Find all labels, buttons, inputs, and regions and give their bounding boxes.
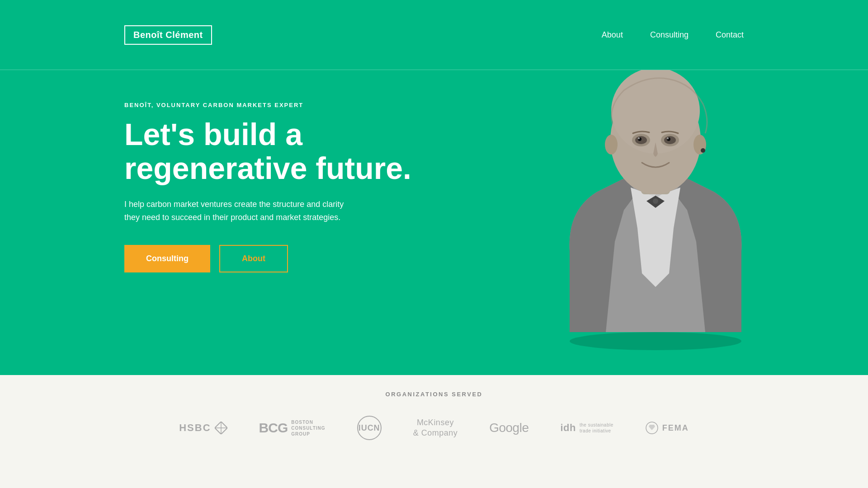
orgs-label: ORGANIZATIONS SERVED — [0, 375, 868, 398]
svg-point-5 — [605, 135, 618, 155]
hero-subtitle: BENOÎT, VOLUNTARY CARBON MARKETS EXPERT — [124, 102, 411, 108]
org-logo-mckinsey: McKinsey& Company — [413, 418, 458, 439]
main-nav: About Consulting Contact — [602, 30, 744, 40]
logo[interactable]: Benoît Clément — [124, 25, 212, 45]
hero-description: I help carbon market ventures create the… — [124, 198, 350, 225]
org-logos-container: HSBC BCG BOSTONCONSULTINGGROUP IUCN — [0, 416, 868, 440]
org-logo-iucn: IUCN — [357, 416, 382, 440]
svg-point-15 — [667, 137, 669, 139]
nav-consulting[interactable]: Consulting — [650, 30, 689, 40]
org-logo-fema: FEMA — [645, 421, 689, 435]
header: Benoît Clément About Consulting Contact — [0, 0, 868, 70]
logo-text: Benoît Clément — [133, 30, 203, 40]
hero-content: BENOÎT, VOLUNTARY CARBON MARKETS EXPERT … — [124, 102, 411, 272]
nav-contact[interactable]: Contact — [716, 30, 744, 40]
svg-point-0 — [570, 332, 741, 350]
person-portrait — [542, 70, 769, 350]
org-logo-bcg: BCG BOSTONCONSULTINGGROUP — [259, 419, 326, 437]
svg-point-7 — [701, 148, 705, 153]
nav-about[interactable]: About — [602, 30, 623, 40]
about-button[interactable]: About — [219, 245, 288, 272]
hero-section: BENOÎT, VOLUNTARY CARBON MARKETS EXPERT … — [0, 70, 868, 488]
fema-icon — [645, 421, 659, 435]
org-logo-google: Google — [489, 421, 528, 435]
svg-point-4 — [611, 70, 700, 154]
org-logo-hsbc: HSBC — [179, 422, 227, 434]
svg-point-1 — [653, 198, 658, 204]
hero-buttons: Consulting About — [124, 245, 411, 272]
svg-point-14 — [638, 137, 640, 139]
consulting-button[interactable]: Consulting — [124, 245, 210, 272]
hsbc-icon — [215, 422, 227, 434]
bottom-section: ORGANIZATIONS SERVED HSBC BCG BOSTONCONS… — [0, 375, 868, 488]
hero-title: Let's build a regenerative future. — [124, 117, 411, 185]
org-logo-idh: idh the sustainabletrade initiative — [560, 422, 613, 434]
